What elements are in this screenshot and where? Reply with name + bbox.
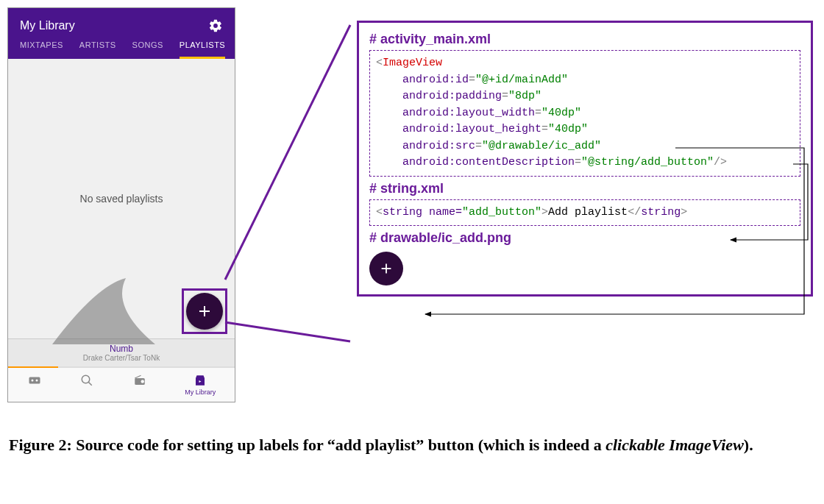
- code-box-xml: <ImageView android:id="@+id/mainAdd" and…: [369, 50, 800, 177]
- plus-icon: [196, 302, 213, 320]
- code-panel: # activity_main.xml <ImageView android:i…: [357, 21, 813, 297]
- add-playlist-fab[interactable]: [186, 293, 223, 330]
- gear-icon[interactable]: [208, 18, 223, 33]
- svg-point-5: [82, 375, 90, 383]
- content-area: No saved playlists: [8, 59, 235, 338]
- nav-library[interactable]: My Library: [185, 374, 216, 396]
- nav-radio[interactable]: [132, 374, 147, 396]
- tab-songs[interactable]: SONGS: [132, 40, 163, 59]
- background-art: [38, 271, 170, 344]
- app-header: My Library MIXTAPES ARTISTS SONGS PLAYLI…: [8, 8, 235, 59]
- library-label: My Library: [185, 388, 216, 396]
- drawable-add-icon: [369, 252, 403, 285]
- bottom-nav: My Library: [8, 368, 235, 402]
- search-icon: [79, 374, 94, 387]
- svg-point-4: [35, 380, 38, 382]
- progress-bar[interactable]: [8, 366, 235, 368]
- cassette-icon: [27, 374, 42, 387]
- svg-point-3: [31, 380, 33, 382]
- nav-cassette[interactable]: [27, 374, 42, 396]
- song-artist: Drake Carter/Tsar ToNk: [8, 354, 235, 362]
- tab-bar: MIXTAPES ARTISTS SONGS PLAYLISTS: [20, 40, 223, 59]
- svg-line-6: [88, 382, 92, 386]
- tab-mixtapes[interactable]: MIXTAPES: [20, 40, 63, 59]
- empty-state-text: No saved playlists: [80, 193, 163, 205]
- song-title: Numb: [8, 344, 235, 354]
- phone-mockup: My Library MIXTAPES ARTISTS SONGS PLAYLI…: [7, 7, 235, 402]
- section-drawable: # drawable/ic_add.png: [369, 230, 800, 246]
- radio-icon: [132, 374, 147, 387]
- header-title: My Library: [20, 19, 75, 32]
- tab-playlists[interactable]: PLAYLISTS: [180, 40, 225, 59]
- plus-icon: [378, 260, 394, 277]
- nav-search[interactable]: [79, 374, 94, 396]
- section-string-xml: # string.xml: [369, 181, 800, 196]
- library-icon: [193, 374, 207, 387]
- section-activity-main: # activity_main.xml: [369, 32, 800, 47]
- figure-caption: Figure 2: Source code for setting up lab…: [9, 434, 753, 456]
- tab-artists[interactable]: ARTISTS: [79, 40, 116, 59]
- fab-highlight-box: [182, 288, 227, 334]
- svg-rect-2: [29, 377, 40, 384]
- svg-point-8: [141, 380, 144, 383]
- code-box-string: <string name="add_button">Add playlist</…: [369, 199, 800, 227]
- svg-line-9: [135, 375, 141, 378]
